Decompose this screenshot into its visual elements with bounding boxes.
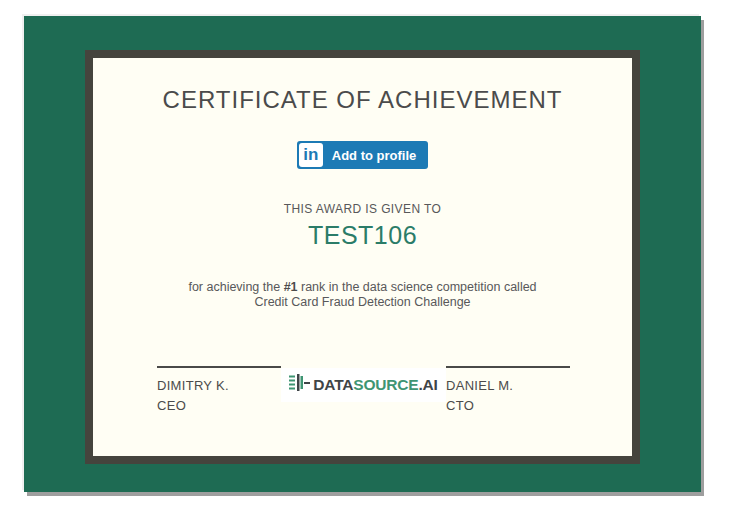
signatory-name: DANIEL M. [446, 377, 570, 394]
description-suffix: rank in the data science competition cal… [298, 280, 537, 294]
certificate-paper: CERTIFICATE OF ACHIEVEMENT in Add to pro… [93, 58, 632, 456]
certificate-title: CERTIFICATE OF ACHIEVEMENT [93, 58, 632, 114]
linkedin-add-to-profile-button[interactable]: in Add to profile [297, 141, 429, 169]
datasource-logo-text: DATASOURCE.AI [313, 376, 437, 394]
description-prefix: for achieving the [188, 280, 283, 294]
award-intro-text: THIS AWARD IS GIVEN TO [93, 202, 632, 216]
linkedin-button-label: Add to profile [332, 148, 417, 163]
signature-line [157, 366, 281, 368]
datasource-logo: DATASOURCE.AI [281, 368, 445, 402]
signatory-title: CEO [157, 397, 281, 414]
signatory-title: CTO [446, 397, 570, 414]
datasource-logo-icon [289, 374, 311, 396]
signatory-right: DANIEL M. CTO [446, 366, 570, 414]
competition-name: Credit Card Fraud Detection Challenge [254, 295, 470, 309]
rank-value: #1 [284, 280, 298, 294]
signatory-name: DIMITRY K. [157, 377, 281, 394]
certificate-inner-border: CERTIFICATE OF ACHIEVEMENT in Add to pro… [85, 50, 640, 464]
logo-part-data: DATA [313, 376, 353, 393]
recipient-name: TEST106 [93, 221, 632, 250]
linkedin-in-icon: in [299, 143, 323, 167]
signature-line [446, 366, 570, 368]
achievement-description: for achieving the #1 rank in the data sc… [93, 280, 632, 309]
signature-row: DIMITRY K. CEO [157, 366, 570, 414]
signatory-left: DIMITRY K. CEO [157, 366, 281, 414]
logo-part-source: SOURCE [353, 376, 418, 393]
certificate-frame: CERTIFICATE OF ACHIEVEMENT in Add to pro… [24, 16, 701, 492]
logo-part-ai: .AI [418, 376, 437, 393]
